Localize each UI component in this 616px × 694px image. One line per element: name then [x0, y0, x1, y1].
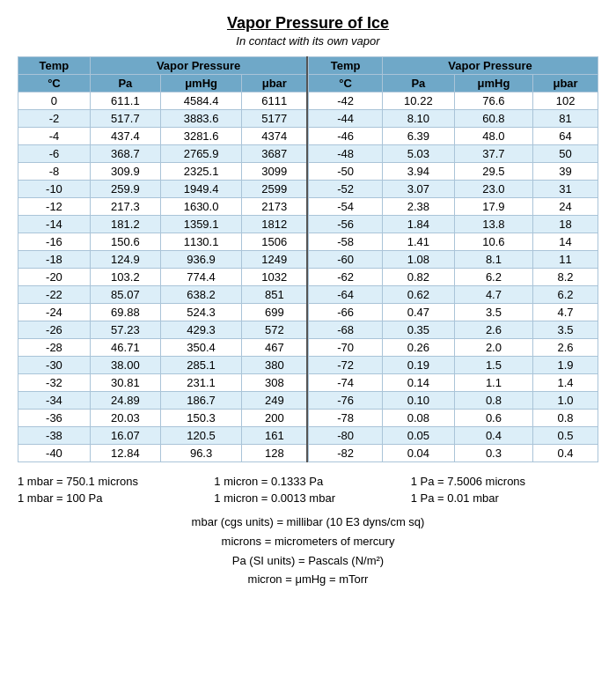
table-row: -800.050.40.5 [309, 427, 598, 445]
left-table-header-row1: Temp Vapor Pressure [18, 57, 308, 75]
left-col-umhg: μmHg [160, 75, 242, 92]
definitions: mbar (cgs units) = millibar (10 E3 dyns/… [18, 513, 598, 589]
table-row: -2657.23429.3572 [18, 321, 308, 339]
left-table: Temp Vapor Pressure °C Pa μmHg μbar 0611… [18, 56, 308, 462]
footnote-5: 1 micron = 0.0013 mbar [214, 491, 401, 505]
table-row: -4210.2276.6102 [309, 92, 598, 110]
table-row: -3620.03150.3200 [18, 410, 308, 427]
table-row: -18124.9936.91249 [18, 251, 308, 269]
definition-2: microns = micrometers of mercury [18, 533, 598, 551]
table-row: -503.9429.539 [309, 163, 598, 181]
page-subtitle: In contact with its own vapor [18, 34, 598, 48]
table-row: -2285.07638.2851 [18, 286, 308, 304]
definition-4: micron = μmHg = mTorr [18, 571, 598, 589]
table-row: -3816.07120.5161 [18, 427, 308, 445]
table-row: -8309.92325.13099 [18, 163, 308, 181]
table-row: -3038.00285.1380 [18, 357, 308, 374]
table-row: -448.1060.881 [309, 110, 598, 128]
table-row: -620.826.28.2 [309, 269, 598, 286]
table-row: -601.088.111 [309, 251, 598, 269]
right-col-ubar: μbar [533, 75, 598, 92]
table-row: -16150.61130.11506 [18, 233, 308, 251]
table-row: -485.0337.750 [309, 145, 598, 163]
footnote-3: 1 Pa = 7.5006 microns [411, 475, 598, 488]
table-row: -640.624.76.2 [309, 286, 598, 304]
left-col-temp-header: Temp [18, 57, 91, 75]
right-table-header-row1: Temp Vapor Pressure [309, 57, 598, 75]
table-row: -6368.72765.93687 [18, 145, 308, 163]
table-row: -2469.88524.3699 [18, 304, 308, 321]
table-row: -14181.21359.11812 [18, 216, 308, 233]
right-col-vapor-header: Vapor Pressure [383, 57, 598, 75]
right-table-header-row2: °C Pa μmHg μbar [309, 75, 598, 92]
table-row: -760.100.81.0 [309, 392, 598, 410]
definition-1: mbar (cgs units) = millibar (10 E3 dyns/… [18, 513, 598, 532]
table-row: -2517.73883.65177 [18, 110, 308, 128]
table-row: -780.080.60.8 [309, 410, 598, 427]
table-row: -542.3817.924 [309, 198, 598, 216]
table-row: 0611.14584.46111 [18, 92, 308, 110]
table-row: -581.4110.614 [309, 233, 598, 251]
table-row: -4437.43281.64374 [18, 128, 308, 145]
table-row: -20103.2774.41032 [18, 269, 308, 286]
footnote-6: 1 Pa = 0.01 mbar [411, 491, 598, 505]
table-row: -3230.81231.1308 [18, 374, 308, 392]
left-col-c: °C [18, 75, 91, 92]
table-row: -561.8413.818 [309, 216, 598, 233]
footnote-2: 1 micron = 0.1333 Pa [214, 475, 401, 488]
left-col-vapor-header: Vapor Pressure [90, 57, 307, 75]
tables-container: Temp Vapor Pressure °C Pa μmHg μbar 0611… [18, 56, 598, 462]
footnote-4: 1 mbar = 100 Pa [18, 491, 205, 505]
right-col-c: °C [309, 75, 383, 92]
right-col-temp-header: Temp [309, 57, 383, 75]
table-row: -660.473.54.7 [309, 304, 598, 321]
table-row: -466.3948.064 [309, 128, 598, 145]
table-row: -700.262.02.6 [309, 339, 598, 357]
table-row: -3424.89186.7249 [18, 392, 308, 410]
right-table: Temp Vapor Pressure °C Pa μmHg μbar -421… [308, 56, 598, 462]
definition-3: Pa (SI units) = Pascals (N/m²) [18, 552, 598, 571]
table-row: -523.0723.031 [309, 181, 598, 198]
right-col-pa: Pa [383, 75, 455, 92]
right-col-umhg: μmHg [454, 75, 532, 92]
left-table-header-row2: °C Pa μmHg μbar [18, 75, 308, 92]
table-row: -12217.31630.02173 [18, 198, 308, 216]
table-row: -2846.71350.4467 [18, 339, 308, 357]
footnote-1: 1 mbar = 750.1 microns [18, 475, 205, 488]
table-row: -680.352.63.5 [309, 321, 598, 339]
table-row: -740.141.11.4 [309, 374, 598, 392]
table-row: -820.040.30.4 [309, 445, 598, 462]
table-row: -720.191.51.9 [309, 357, 598, 374]
table-row: -10259.91949.42599 [18, 181, 308, 198]
page-title: Vapor Pressure of Ice [18, 14, 598, 33]
left-col-pa: Pa [90, 75, 160, 92]
left-col-ubar: μbar [242, 75, 307, 92]
table-row: -4012.8496.3128 [18, 445, 308, 462]
footnotes-grid: 1 mbar = 750.1 microns 1 micron = 0.1333… [18, 475, 598, 505]
